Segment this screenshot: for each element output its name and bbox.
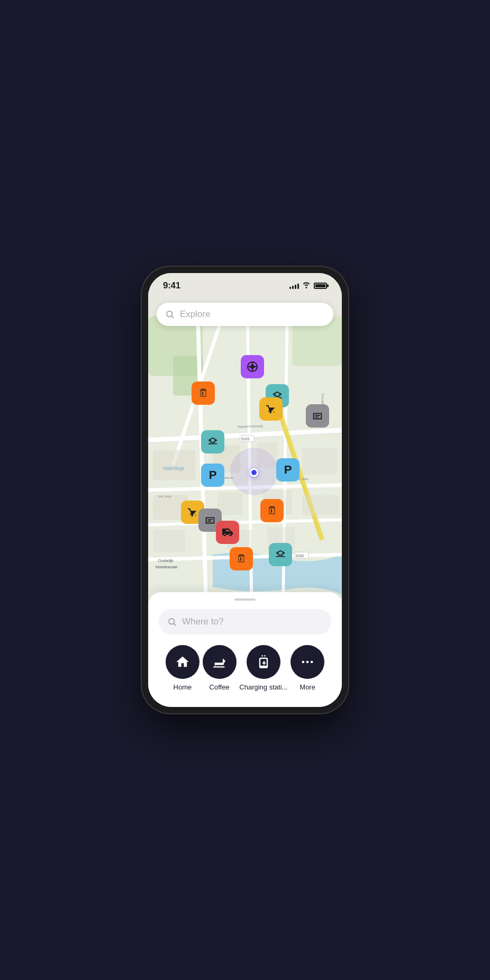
coffee-action-label: Coffee	[210, 683, 230, 691]
quick-action-home[interactable]: Home	[166, 645, 199, 691]
top-search-bar[interactable]: Explore	[157, 303, 333, 326]
battery-fill	[315, 284, 325, 287]
quick-actions: Home Coffee	[159, 645, 331, 691]
signal-bar-1	[289, 287, 291, 289]
svg-text:Waterlinge: Waterlinge	[163, 466, 184, 471]
status-time: 9:41	[163, 280, 180, 291]
home-action-circle	[166, 645, 199, 679]
map-pin-warehouse1[interactable]	[306, 404, 329, 428]
bottom-sheet: Where to? Home	[148, 592, 342, 707]
phone-frame: Haarlemmerweg Zaandijkstraat Van Simpl C…	[142, 267, 348, 713]
sheet-handle	[234, 598, 256, 601]
more-action-circle	[291, 645, 324, 679]
svg-point-43	[306, 661, 309, 664]
charging-action-circle	[247, 645, 280, 679]
svg-text:Van Simpl: Van Simpl	[158, 495, 171, 498]
quick-action-coffee[interactable]: Coffee	[203, 645, 237, 691]
map-pin-shopping1[interactable]	[259, 397, 283, 421]
svg-rect-23	[302, 495, 339, 515]
coffee-action-circle	[203, 645, 237, 679]
search-icon-top	[165, 310, 175, 319]
svg-text:Marktkanaal: Marktkanaal	[156, 565, 177, 569]
home-action-label: Home	[174, 683, 192, 691]
map-pin-parking1[interactable]: P	[201, 464, 224, 487]
quick-action-charging[interactable]: Charging stati...	[239, 645, 287, 691]
charging-action-label: Charging stati...	[239, 683, 287, 691]
quick-action-more[interactable]: More	[291, 645, 324, 691]
status-bar: 9:41	[148, 273, 342, 298]
signal-bar-3	[295, 285, 296, 289]
status-icons	[289, 282, 327, 290]
map-pin-bar1[interactable]	[192, 382, 215, 405]
where-to-placeholder: Where to?	[182, 616, 223, 627]
phone-screen: Haarlemmerweg Zaandijkstraat Van Simpl C…	[148, 273, 342, 707]
map-pin-bar3[interactable]	[230, 547, 253, 570]
svg-text:Oostelijk: Oostelijk	[158, 558, 174, 563]
wifi-icon	[302, 282, 311, 290]
user-location-dot	[250, 468, 258, 477]
svg-text:S103: S103	[241, 437, 249, 441]
map-pin-justice3[interactable]	[269, 543, 292, 566]
top-search-placeholder: Explore	[180, 309, 211, 320]
signal-bars-icon	[289, 283, 299, 289]
map-pin-amusement[interactable]	[241, 355, 264, 378]
svg-rect-16	[153, 450, 195, 480]
map-pin-bar2[interactable]	[260, 499, 284, 522]
signal-bar-2	[292, 286, 294, 289]
svg-rect-19	[302, 448, 337, 475]
map-pin-ambulance[interactable]	[216, 521, 239, 544]
svg-text:S100: S100	[296, 554, 304, 558]
svg-point-42	[302, 661, 305, 664]
map-pin-justice2[interactable]	[201, 430, 224, 453]
svg-point-44	[311, 661, 313, 664]
where-to-search[interactable]: Where to?	[159, 609, 331, 634]
svg-rect-24	[153, 530, 185, 552]
svg-rect-21	[217, 493, 242, 515]
more-action-label: More	[300, 683, 315, 691]
signal-bar-4	[297, 284, 299, 289]
battery-icon	[314, 283, 327, 289]
search-icon-bottom	[167, 617, 177, 627]
map-pin-parking2[interactable]: P	[276, 458, 300, 482]
